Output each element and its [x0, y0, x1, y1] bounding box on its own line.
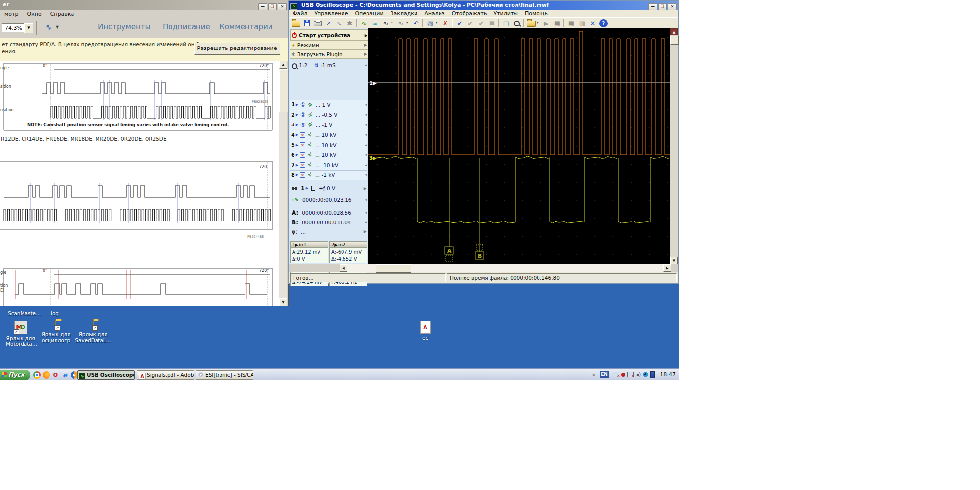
menu-item-Управление[interactable]: Управление [311, 10, 351, 17]
oscilloscope-plot[interactable]: 1▶3▶AB [368, 28, 670, 264]
command-load-plugin[interactable]: ✱Загрузить PlugIn▶ [290, 49, 368, 59]
cursor-a-row[interactable]: A:0000:00:00.028.56◂▸ [290, 208, 368, 217]
firefox-icon[interactable] [43, 371, 50, 379]
saveddata-folder-shortcut[interactable]: ↗Ярлык дляSavedDataL... [74, 321, 112, 343]
reader-vertical-scrollbar[interactable]: ▲ ▼ [279, 61, 287, 306]
fit-dropdown-icon[interactable]: ▼ [56, 25, 59, 29]
plot-horizontal-scrollbar[interactable]: ◀ ▶ [289, 264, 678, 272]
menu-item-мотр[interactable]: мотр [0, 10, 23, 17]
tools-icon[interactable]: ✱ [344, 18, 355, 28]
position-row[interactable]: ∿0000:00:00.023.16◂▸ [290, 195, 368, 204]
channel-disabled-icon[interactable]: ✕ [300, 142, 305, 147]
play-abc-icon[interactable]: ▶ [541, 18, 552, 28]
channel-marker-icon[interactable]: ② [299, 111, 306, 118]
channel-disabled-icon[interactable]: ✕ [300, 132, 305, 138]
channel-spin-buttons[interactable]: ◂▸ [365, 103, 368, 107]
confirm-3-icon[interactable]: ✔ [476, 18, 487, 28]
zone-view-icon-dropdown[interactable]: ▾ [436, 18, 440, 27]
channel-disabled-icon[interactable]: ✕ [300, 152, 305, 158]
select-zone-icon[interactable]: □ [501, 18, 512, 28]
chrome-icon[interactable] [33, 371, 41, 379]
plot-vertical-scrollbar[interactable]: ▲ ▼ [670, 28, 678, 264]
amp-zoom-out-icon[interactable]: ∿ [395, 18, 406, 28]
channel-row-6[interactable]: 6▶✕∿... 10 kV◂▸ [290, 150, 368, 161]
task-signals-pdf[interactable]: ASignals.pdf - Adobe Reader [137, 370, 194, 380]
channel-spin-buttons[interactable]: ◂▸ [365, 133, 368, 137]
undo-icon[interactable]: ↶ [411, 18, 421, 28]
channel-row-2[interactable]: 2▶②∿... -0.5 V◂▸ [290, 110, 368, 121]
zoom-level-input[interactable]: 74,3% [2, 23, 24, 32]
channel1-marker[interactable]: 1▶ [369, 80, 377, 86]
media-player-icon[interactable]: ▶ [71, 371, 78, 379]
impulse-view-icon[interactable]: ∿ [359, 18, 369, 28]
vscroll-thumb[interactable] [670, 36, 679, 45]
channel-row-4[interactable]: 4▶✕∿... 10 kV◂▸ [290, 130, 368, 141]
cursor-spin-buttons[interactable]: ◂▸ [365, 211, 368, 215]
cursor-b-row[interactable]: B:0000:00:00.031.04◂▸ [290, 218, 368, 227]
channel-spin-buttons[interactable]: ◂▸ [365, 153, 368, 157]
close-button[interactable]: ✕ [668, 3, 677, 10]
ie-icon[interactable]: e [61, 371, 69, 379]
oscillogram-folder-shortcut[interactable]: ↗Ярлык дляосциллогр [40, 321, 72, 343]
channel-spin-buttons[interactable]: ◂▸ [365, 163, 368, 167]
print-icon[interactable] [312, 18, 323, 28]
zoom-chart-icon[interactable] [512, 18, 522, 28]
close-view-icon[interactable]: ✕ [588, 18, 598, 28]
amp-zoom-in-icon-dropdown[interactable]: ▾ [391, 18, 395, 27]
desktop-label-log[interactable]: log [51, 310, 59, 316]
zone-delete-icon[interactable]: ✗ [440, 18, 451, 28]
channel-spin-buttons[interactable]: ◂▸ [365, 123, 368, 127]
volume-icon[interactable]: ◄) [636, 372, 641, 377]
enable-editing-button[interactable]: Разрешить редактирование [194, 43, 280, 55]
channel-spin-buttons[interactable]: ◂▸ [365, 173, 368, 177]
task-usb-oscilloscope[interactable]: ∿USB Oscilloscope - C:\... [77, 370, 135, 380]
ec-pdf[interactable]: Aec [414, 321, 437, 341]
channel-row-1[interactable]: 1▶①∿... 1 V◂▸ [290, 100, 368, 110]
menu-item-Окно[interactable]: Окно [23, 10, 46, 17]
motordata-shortcut[interactable]: MD↗Ярлык дляMotordata... [6, 321, 35, 347]
scope-titlebar[interactable]: ∿ USB Oscilloscope - C:\Documents and Se… [289, 1, 678, 10]
language-indicator[interactable]: EN [600, 371, 609, 378]
vscroll-up-button[interactable]: ▲ [670, 28, 678, 35]
help-icon[interactable]: ? [599, 19, 608, 27]
menu-item-Справка[interactable]: Справка [46, 10, 78, 17]
channel-disabled-icon[interactable]: ✕ [300, 172, 305, 178]
display-x-2-icon[interactable] [627, 372, 634, 377]
load-abc-icon-dropdown[interactable]: ▾ [537, 18, 541, 27]
command-modes[interactable]: ✦Режимы▶ [290, 40, 368, 49]
hscroll-left-button[interactable]: ◀ [340, 264, 347, 272]
filled-wave-icon[interactable]: ≈ [369, 18, 380, 28]
task-esitronic[interactable]: ESI[tronic] - SIS/CAS [196, 370, 253, 380]
fit-page-icon[interactable]: ↔ [43, 22, 54, 33]
channel-row-3[interactable]: 3▶⑤∿... -1 V◂▸ [290, 120, 368, 130]
channel-disabled-icon[interactable]: ✕ [300, 162, 305, 168]
command-start-device[interactable]: Старт устройства▶ [290, 29, 369, 41]
zone-view-icon[interactable]: ▧ [425, 18, 436, 28]
menu-item-Операции[interactable]: Операции [351, 10, 387, 17]
phase-row[interactable]: φ:...▶ [290, 227, 368, 236]
menu-item-Помощь[interactable]: Помощь [521, 10, 551, 17]
hscroll-right-button[interactable]: ▶ [663, 264, 671, 272]
load-abc-icon[interactable] [526, 18, 537, 28]
grid-view-icon[interactable]: ▥ [577, 18, 588, 28]
webcam-icon[interactable] [643, 372, 648, 377]
channel-row-8[interactable]: 8▶✕∿... -1 kV◂▸ [290, 171, 368, 181]
minimize-button[interactable]: — [648, 3, 657, 10]
open-file-icon[interactable] [291, 18, 301, 28]
channel-marker-icon[interactable]: ① [299, 101, 306, 108]
channel-spin-buttons[interactable]: ◂▸ [365, 143, 368, 147]
reader-tab-Инструменты[interactable]: Инструменты [98, 23, 150, 31]
maximize-button[interactable]: ❐ [658, 3, 667, 10]
zoom-scale-row[interactable]: :1:2⇅:1 mS◂▸ [290, 60, 368, 70]
position-spin-buttons[interactable]: ◂▸ [365, 198, 368, 202]
record-dot-icon[interactable] [621, 373, 625, 377]
channel-row-7[interactable]: 7▶✕∿... -10 kV◂▸ [290, 160, 368, 171]
menu-item-Файл[interactable]: Файл [289, 10, 311, 17]
hscroll-thumb[interactable] [376, 264, 411, 273]
cursor-spin-buttons[interactable]: ◂▸ [365, 220, 368, 224]
menu-item-Анализ[interactable]: Анализ [421, 10, 448, 17]
trigger-slope-icon[interactable] [311, 186, 315, 191]
battery-icon[interactable] [650, 371, 655, 378]
amp-zoom-in-icon[interactable]: ∿ [380, 18, 391, 28]
report-icon[interactable]: ▤ [487, 18, 497, 28]
